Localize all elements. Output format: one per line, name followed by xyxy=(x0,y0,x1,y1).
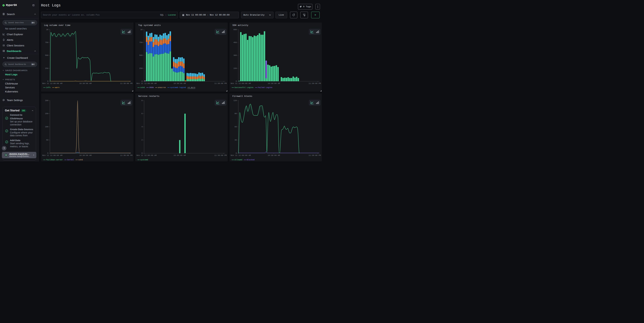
svg-text:200: 200 xyxy=(45,99,48,101)
svg-text:500: 500 xyxy=(45,54,48,56)
svg-text:kernel: kernel xyxy=(67,159,74,161)
svg-text:10:30:00 AM: 10:30:00 AM xyxy=(268,83,280,85)
svg-text:600: 600 xyxy=(234,29,237,31)
svg-text:fail2ban-server: fail2ban-server xyxy=(46,159,63,161)
svg-text:10:30:00 AM: 10:30:00 AM xyxy=(173,154,186,156)
svg-text:50: 50 xyxy=(46,139,48,141)
svg-text:warn: warn xyxy=(55,87,59,89)
svg-text:6: 6 xyxy=(142,113,142,115)
svg-text:750: 750 xyxy=(45,42,48,44)
svg-text:0: 0 xyxy=(236,152,237,154)
svg-text:100: 100 xyxy=(45,126,48,128)
svg-text:Failed Logins: Failed Logins xyxy=(258,87,272,89)
svg-text:450: 450 xyxy=(234,42,237,44)
svg-text:1K: 1K xyxy=(46,29,48,31)
svg-text:Nov 11 12:00:00 AM: Nov 11 12:00:00 AM xyxy=(231,83,251,85)
svg-text:Allowed: Allowed xyxy=(234,159,242,161)
svg-text:60: 60 xyxy=(234,126,236,128)
svg-text:Nov 11 12:00:00 AM: Nov 11 12:00:00 AM xyxy=(136,83,156,85)
svg-text:Nov 11 12:00:00 AM: Nov 11 12:00:00 AM xyxy=(231,154,251,156)
svg-text:info: info xyxy=(46,87,50,89)
svg-text:10:30:00 AM: 10:30:00 AM xyxy=(268,154,280,156)
svg-text:90: 90 xyxy=(234,113,236,115)
svg-text:120: 120 xyxy=(234,99,237,101)
svg-text:11:30:00 PM: 11:30:00 PM xyxy=(120,154,132,156)
svg-text:11:30:00 PM: 11:30:00 PM xyxy=(120,83,132,85)
svg-text:Successful Logins: Successful Logins xyxy=(234,87,253,89)
svg-text:10:30:00 AM: 10:30:00 AM xyxy=(173,83,186,85)
svg-text:150: 150 xyxy=(45,113,48,115)
svg-text:10:30:00 AM: 10:30:00 AM xyxy=(79,154,92,156)
svg-text:150: 150 xyxy=(234,67,237,69)
svg-text:1K: 1K xyxy=(140,29,142,31)
svg-text:+4 more: +4 more xyxy=(188,87,195,89)
svg-text:0: 0 xyxy=(47,152,48,154)
svg-text:Blocked: Blocked xyxy=(246,159,254,161)
svg-text:Nov 11 12:00:00 AM: Nov 11 12:00:00 AM xyxy=(42,83,62,85)
svg-text:30: 30 xyxy=(234,139,236,141)
svg-text:Nov 11 12:00:00 AM: Nov 11 12:00:00 AM xyxy=(136,154,156,156)
svg-text:sshd: sshd xyxy=(78,159,83,161)
svg-text:11:30:00 PM: 11:30:00 PM xyxy=(308,154,321,156)
svg-text:11:30:00 PM: 11:30:00 PM xyxy=(214,154,226,156)
svg-text:0: 0 xyxy=(236,80,237,82)
svg-text:8: 8 xyxy=(142,99,142,101)
svg-text:750: 750 xyxy=(139,42,142,44)
svg-text:4: 4 xyxy=(142,126,142,128)
svg-text:systemd-logind: systemd-logind xyxy=(170,87,186,89)
svg-text:Nov 11 12:00:00 AM: Nov 11 12:00:00 AM xyxy=(42,154,62,156)
svg-text:500: 500 xyxy=(139,54,142,56)
svg-text:250: 250 xyxy=(45,67,48,69)
svg-text:11:30:00 PM: 11:30:00 PM xyxy=(214,83,226,85)
svg-text:0: 0 xyxy=(47,80,48,82)
svg-text:250: 250 xyxy=(139,67,142,69)
svg-text:0: 0 xyxy=(142,80,142,82)
svg-text:systemd: systemd xyxy=(140,159,148,161)
svg-text:0: 0 xyxy=(142,152,142,154)
svg-text:2: 2 xyxy=(142,139,142,141)
svg-text:11:30:00 PM: 11:30:00 PM xyxy=(308,83,321,85)
svg-text:anacron: anacron xyxy=(158,87,166,89)
svg-text:CRON: CRON xyxy=(149,87,154,89)
svg-text:sshd: sshd xyxy=(140,87,144,89)
svg-text:300: 300 xyxy=(234,54,237,56)
svg-text:10:30:00 AM: 10:30:00 AM xyxy=(79,83,92,85)
